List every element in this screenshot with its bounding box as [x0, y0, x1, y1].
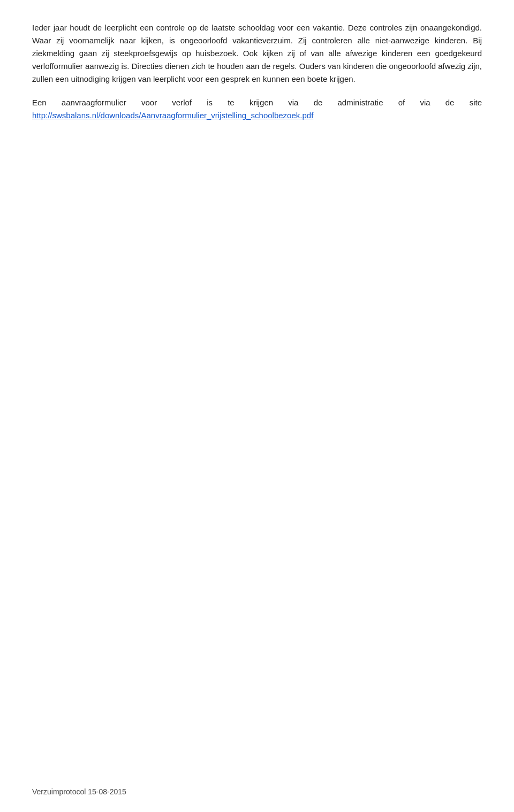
- page-content: Ieder jaar houdt de leerplicht een contr…: [0, 0, 514, 175]
- main-paragraph: Ieder jaar houdt de leerplicht een contr…: [32, 21, 482, 86]
- download-link[interactable]: http://swsbalans.nl/downloads/Aanvraagfo…: [32, 111, 313, 120]
- aanvraag-paragraph: Een aanvraagformulier voor verlof is te …: [32, 96, 482, 122]
- footer-text: Verzuimprotocol 15-08-2015: [32, 787, 126, 796]
- aanvraag-prefix: Een aanvraagformulier voor verlof is te …: [32, 98, 482, 107]
